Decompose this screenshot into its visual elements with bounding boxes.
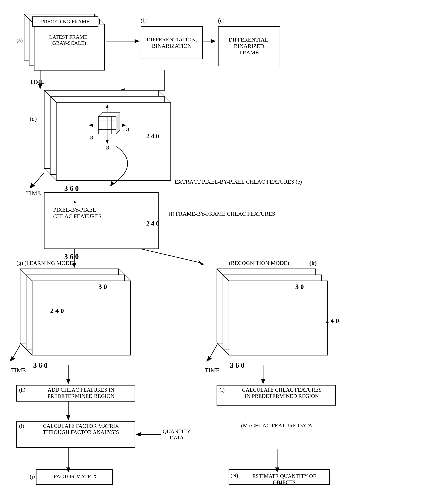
svg-rect-31 (98, 121, 103, 125)
svg-line-57 (141, 249, 201, 263)
svg-line-67 (26, 349, 32, 355)
label-m: (M) CHLAC FEATURE DATA (241, 422, 312, 429)
label-360b: 3 6 0 (64, 252, 79, 261)
label-240d: 2 4 0 (325, 317, 339, 325)
svg-marker-69 (10, 356, 15, 362)
svg-rect-16 (44, 90, 159, 168)
svg-rect-33 (107, 121, 112, 125)
label-n-text: ESTIMATE QUANTITY OF OBJECTS (244, 473, 324, 485)
time-label-a: TIME (30, 78, 44, 85)
svg-line-20 (50, 96, 56, 102)
svg-line-62 (20, 269, 26, 275)
svg-rect-72 (229, 281, 327, 355)
diagram: (a) PRECEDING FRAME LATEST FRAME(GRAY-SC… (0, 0, 425, 504)
svg-line-6 (100, 19, 104, 24)
svg-marker-84 (261, 379, 265, 384)
label-240a: 2 4 0 (146, 132, 159, 140)
label-e: EXTRACT PIXEL-BY-PIXEL CHLAC FEATURES (e… (175, 179, 302, 185)
svg-marker-26 (30, 183, 35, 189)
svg-line-21 (159, 90, 165, 96)
svg-line-66 (20, 343, 26, 349)
svg-rect-40 (103, 130, 107, 134)
svg-line-79 (209, 345, 217, 359)
svg-rect-18 (56, 102, 171, 181)
svg-marker-50 (122, 123, 126, 127)
svg-line-25 (32, 173, 44, 187)
label-recognition: (RECOGNITION MODE) (229, 260, 289, 266)
svg-marker-48 (89, 123, 93, 127)
label-pixel-chlac: PIXEL-BY-PIXELCHLAC FEATURES (53, 207, 101, 220)
label-3b: 3 (126, 126, 129, 133)
svg-marker-15 (211, 39, 216, 43)
label-360d: 3 6 0 (230, 361, 245, 369)
label-240b: 2 4 0 (146, 220, 159, 227)
label-a: (a) (16, 37, 23, 44)
svg-line-19 (44, 90, 50, 96)
svg-line-73 (217, 269, 223, 275)
svg-rect-54 (44, 193, 159, 249)
label-h-text: ADD CHLAC FEATURES IN PREDETERMINED REGI… (30, 387, 132, 399)
box-preceding-frame: PRECEDING FRAME (32, 16, 98, 27)
svg-marker-93 (136, 432, 141, 436)
svg-rect-37 (107, 125, 112, 130)
label-b: (b) (141, 17, 148, 24)
label-j-text: FACTOR MATRIX (44, 473, 106, 480)
label-360c: 3 6 0 (33, 361, 48, 369)
svg-line-65 (125, 275, 131, 281)
svg-marker-11 (120, 88, 125, 92)
svg-rect-34 (112, 121, 116, 125)
svg-rect-42 (112, 130, 116, 134)
label-latest-frame: LATEST FRAME(GRAY-SCALE) (37, 33, 100, 47)
svg-marker-82 (66, 379, 70, 384)
svg-rect-71 (223, 275, 321, 349)
svg-marker-80 (206, 356, 212, 362)
svg-line-22 (165, 96, 171, 102)
label-30b: 3 0 (295, 283, 304, 291)
svg-rect-61 (32, 281, 131, 355)
label-30a: 3 0 (98, 283, 107, 291)
label-c: (c) (218, 17, 225, 24)
label-240c: 2 4 0 (50, 307, 64, 315)
svg-line-77 (217, 343, 223, 349)
label-j-label: (j) (30, 473, 35, 480)
svg-rect-28 (103, 116, 107, 121)
svg-rect-39 (98, 130, 103, 134)
svg-marker-43 (98, 112, 120, 116)
label-3a: 3 (90, 134, 93, 141)
label-d: (d) (30, 115, 37, 122)
svg-line-68 (12, 345, 20, 359)
svg-line-78 (223, 349, 229, 355)
svg-rect-60 (26, 275, 125, 349)
svg-line-64 (119, 269, 125, 275)
svg-rect-36 (103, 125, 107, 130)
svg-line-23 (44, 168, 50, 174)
svg-line-63 (26, 275, 32, 281)
box-diff-bin-frame: DIFFERENTIAL,BINARIZEDFRAME (218, 26, 280, 66)
svg-rect-2 (34, 24, 104, 70)
label-quantity-data: QUANTITYDATA (163, 428, 191, 441)
svg-rect-27 (98, 116, 103, 121)
svg-marker-87 (66, 415, 70, 420)
label-l-text: CALCULATE CHLAC FEATURESIN PREDETERMINED… (231, 387, 333, 399)
time-label-k: TIME (205, 367, 219, 374)
svg-line-76 (321, 275, 327, 281)
svg-rect-29 (107, 116, 112, 121)
svg-marker-52 (106, 140, 109, 144)
label-3c: 3 (106, 144, 109, 151)
svg-line-75 (315, 269, 321, 275)
svg-line-24 (50, 174, 56, 181)
svg-marker-46 (106, 104, 109, 108)
svg-rect-70 (217, 269, 315, 343)
label-f: (f) FRAME-BY-FRAME CHLAC FEATURES (169, 211, 275, 217)
label-i-label: (i) (19, 423, 24, 429)
label-360a: 3 6 0 (64, 184, 79, 193)
svg-marker-58 (199, 260, 204, 265)
svg-rect-32 (103, 121, 107, 125)
svg-marker-97 (275, 467, 279, 472)
svg-marker-44 (116, 112, 120, 134)
label-h-label: (h) (19, 387, 25, 393)
svg-rect-59 (20, 269, 119, 343)
svg-rect-35 (98, 125, 103, 130)
svg-marker-53 (110, 181, 115, 187)
svg-marker-13 (135, 39, 139, 43)
